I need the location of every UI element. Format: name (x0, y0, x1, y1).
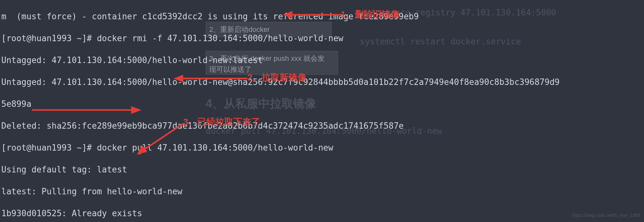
term-pull-out1: Using default tag: latest (1, 164, 643, 175)
term-line-rmi: [root@huan1993 ~]# docker rmi -f 47.101.… (1, 33, 643, 44)
watermark: https://blog.csdn.net/fu_huo_1993 (572, 210, 640, 221)
term-rmi-out2: Untagged: 47.101.130.164:5000/hello-worl… (1, 77, 643, 88)
term-rmi-out1: Untagged: 47.101.130.164:5000/hello-worl… (1, 55, 643, 66)
term-rmi-out3: 5e899a (1, 98, 643, 109)
term-pull-out3: 1b930d010525: Already exists (1, 208, 643, 219)
cmd-docker-pull: docker pull 47.101.130.164:5000/hello-wo… (97, 143, 333, 153)
term-line-prev: m (must force) - container c1cd5392dcc2 … (1, 11, 643, 22)
term-pull-out2: latest: Pulling from hello-world-new (1, 186, 643, 197)
terminal-output: m (must force) - container c1cd5392dcc2 … (0, 0, 644, 222)
shell-prompt: [root@huan1993 ~]# (1, 143, 97, 153)
term-line-pull: [root@huan1993 ~]# docker pull 47.101.13… (1, 142, 643, 153)
cmd-docker-rmi: docker rmi -f 47.101.130.164:5000/hello-… (97, 33, 343, 43)
term-rmi-out4: Deleted: sha256:fce289e99eb9bca977dae136… (1, 120, 643, 131)
shell-prompt: [root@huan1993 ~]# (1, 33, 97, 43)
